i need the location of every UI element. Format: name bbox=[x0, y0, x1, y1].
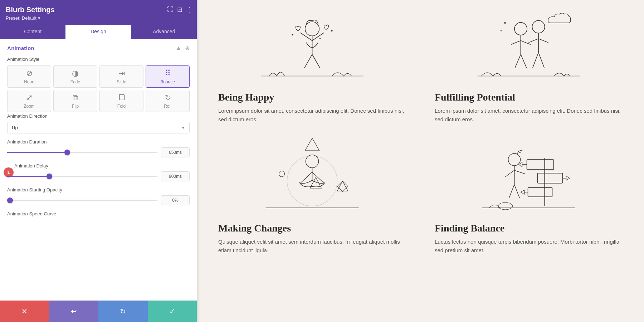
anim-btn-fold[interactable]: ⧠ Fold bbox=[99, 90, 143, 112]
svg-point-8 bbox=[532, 20, 545, 33]
collapse-icon[interactable]: ▲ bbox=[176, 45, 181, 52]
blurb-finding-balance-text: Luctus lectus non quisque turpis bibendu… bbox=[435, 238, 623, 255]
opacity-slider-thumb[interactable] bbox=[7, 197, 13, 203]
svg-point-16 bbox=[279, 171, 285, 177]
slide-icon: ⇥ bbox=[118, 69, 125, 77]
panel-header-icons: ⛶ ⊟ ⋮ bbox=[167, 6, 192, 14]
tab-advanced[interactable]: Advanced bbox=[131, 25, 197, 39]
content-area: Being Happy Lorem ipsum dolor sit amet, … bbox=[197, 0, 644, 322]
opacity-slider-track[interactable] bbox=[7, 200, 157, 201]
svg-point-11 bbox=[501, 30, 502, 31]
opacity-value[interactable]: 0% bbox=[161, 195, 190, 205]
svg-marker-29 bbox=[566, 176, 570, 180]
speed-curve-label: Animation Speed Curve bbox=[7, 211, 190, 216]
anim-btn-bounce[interactable]: ⠿ Bounce bbox=[146, 65, 190, 88]
blurb-grid: Being Happy Lorem ipsum dolor sit amet, … bbox=[218, 0, 623, 269]
section-title: Animation bbox=[7, 45, 34, 51]
animation-section: Animation ▲ ⊕ Animation Style ⊘ None ◑ F… bbox=[0, 39, 197, 228]
settings-panel: Blurb Settings Preset: Default ▾ ⛶ ⊟ ⋮ C… bbox=[0, 0, 197, 322]
section-header: Animation ▲ ⊕ bbox=[7, 45, 190, 52]
delay-group: 1 Animation Delay 900ms bbox=[7, 163, 190, 181]
duration-slider-row: 650ms bbox=[7, 147, 190, 157]
redo-button[interactable]: ↻ bbox=[98, 301, 148, 322]
more-icon[interactable]: ⋮ bbox=[186, 6, 192, 14]
none-icon: ⊘ bbox=[26, 69, 33, 77]
anim-btn-none[interactable]: ⊘ None bbox=[7, 65, 51, 88]
svg-point-3 bbox=[331, 30, 332, 31]
panel-tabs: Content Design Advanced bbox=[0, 25, 197, 39]
duration-slider-track[interactable] bbox=[7, 152, 157, 153]
opacity-slider-row: 0% bbox=[7, 195, 190, 205]
duration-slider-fill bbox=[7, 152, 67, 153]
anim-btn-flip[interactable]: ⧉ Flip bbox=[53, 90, 97, 112]
panel-preset[interactable]: Preset: Default ▾ bbox=[6, 15, 191, 21]
duration-group: Animation Duration 650ms bbox=[7, 139, 190, 157]
anim-btn-slide[interactable]: ⇥ Slide bbox=[99, 65, 143, 88]
panel-body: Animation ▲ ⊕ Animation Style ⊘ None ◑ F… bbox=[0, 39, 197, 322]
anim-label-slide: Slide bbox=[117, 79, 126, 84]
blurb-finding-balance-illustration bbox=[435, 138, 623, 217]
anim-label-fold: Fold bbox=[117, 104, 126, 109]
settings-icon[interactable]: ⊕ bbox=[185, 45, 190, 52]
svg-point-14 bbox=[306, 155, 319, 168]
section-icons: ▲ ⊕ bbox=[176, 45, 190, 52]
save-button[interactable]: ✓ bbox=[148, 301, 197, 322]
blurb-fulfilling-potential-illustration bbox=[435, 7, 623, 86]
blurb-fulfilling-potential-text: Lorem ipsum dolor sit amet, consectetur … bbox=[435, 107, 623, 124]
svg-marker-18 bbox=[337, 181, 348, 191]
roll-icon: ↻ bbox=[165, 94, 171, 102]
delay-slider-track[interactable] bbox=[7, 176, 157, 177]
delay-slider-row: 900ms bbox=[7, 171, 190, 181]
anim-label-roll: Roll bbox=[164, 104, 171, 109]
direction-label: Animation Direction bbox=[7, 113, 190, 119]
blurb-being-happy-title: Being Happy bbox=[218, 92, 406, 103]
tab-design[interactable]: Design bbox=[65, 25, 131, 39]
svg-point-4 bbox=[319, 38, 321, 39]
tab-content[interactable]: Content bbox=[0, 25, 65, 39]
svg-point-1 bbox=[305, 22, 319, 36]
svg-point-6 bbox=[514, 23, 527, 35]
delay-label: Animation Delay bbox=[7, 163, 190, 169]
blurb-being-happy-illustration bbox=[218, 7, 406, 86]
bounce-icon: ⠿ bbox=[165, 69, 171, 77]
anim-label-fade: Fade bbox=[70, 79, 80, 84]
anim-label-zoom: Zoom bbox=[24, 104, 35, 109]
opacity-label: Animation Starting Opacity bbox=[7, 187, 190, 192]
duration-slider-thumb[interactable] bbox=[64, 150, 70, 155]
anim-label-none: None bbox=[24, 79, 34, 84]
direction-group: Animation Direction Up Down Left Right ▼ bbox=[7, 113, 190, 133]
anim-style-grid: ⊘ None ◑ Fade ⇥ Slide ⠿ Bounce ⤢ bbox=[7, 65, 190, 112]
fade-icon: ◑ bbox=[72, 69, 79, 77]
svg-point-21 bbox=[508, 153, 521, 166]
anim-btn-roll[interactable]: ↻ Roll bbox=[146, 90, 190, 112]
panel-footer: ✕ ↩ ↻ ✓ bbox=[0, 301, 197, 322]
delay-slider-fill bbox=[7, 176, 49, 177]
anim-btn-zoom[interactable]: ⤢ Zoom bbox=[7, 90, 51, 112]
delay-slider-thumb[interactable] bbox=[47, 174, 52, 179]
blurb-being-happy: Being Happy Lorem ipsum dolor sit amet, … bbox=[218, 7, 406, 124]
columns-icon[interactable]: ⊟ bbox=[177, 6, 182, 14]
svg-marker-32 bbox=[521, 190, 525, 194]
blurb-making-changes-illustration bbox=[218, 138, 406, 217]
blurb-finding-balance: Finding Balance Luctus lectus non quisqu… bbox=[435, 138, 623, 255]
anim-btn-fade[interactable]: ◑ Fade bbox=[53, 65, 97, 88]
blurb-finding-balance-title: Finding Balance bbox=[435, 223, 623, 234]
fullscreen-icon[interactable]: ⛶ bbox=[167, 6, 174, 14]
duration-label: Animation Duration bbox=[7, 139, 190, 145]
speed-curve-group: Animation Speed Curve bbox=[7, 211, 190, 216]
svg-marker-19 bbox=[337, 181, 348, 192]
svg-rect-30 bbox=[528, 187, 552, 197]
panel-title: Blurb Settings bbox=[6, 6, 191, 14]
blurb-making-changes-title: Making Changes bbox=[218, 223, 406, 234]
reset-button[interactable]: ↩ bbox=[49, 301, 99, 322]
svg-marker-15 bbox=[305, 138, 319, 151]
blurb-making-changes: Making Changes Quisque aliquet velit sit… bbox=[218, 138, 406, 255]
delay-value[interactable]: 900ms bbox=[161, 171, 190, 181]
cancel-button[interactable]: ✕ bbox=[0, 301, 49, 322]
blurb-being-happy-text: Lorem ipsum dolor sit amet, consectetur … bbox=[218, 107, 406, 124]
duration-value[interactable]: 650ms bbox=[161, 147, 190, 157]
anim-label-flip: Flip bbox=[72, 104, 79, 109]
direction-select[interactable]: Up Down Left Right bbox=[7, 122, 190, 133]
opacity-group: Animation Starting Opacity 0% bbox=[7, 187, 190, 205]
svg-point-2 bbox=[292, 34, 293, 35]
